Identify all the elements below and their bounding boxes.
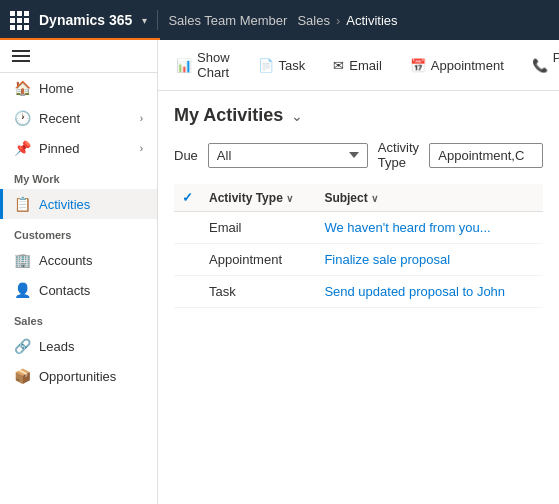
pinned-icon: 📌 xyxy=(14,140,31,156)
row-activity-type-appointment: Appointment xyxy=(201,244,316,276)
activities-table: ✓ Activity Type ∨ Subject ∨ xyxy=(174,184,543,308)
show-chart-button[interactable]: 📊 Show Chart xyxy=(170,46,236,84)
app-layout: 🏠 Home 🕐 Recent › 📌 Pinned › My Work 📋 A… xyxy=(0,40,559,504)
accounts-icon: 🏢 xyxy=(14,252,31,268)
sidebar-item-accounts[interactable]: 🏢 Accounts xyxy=(0,245,157,275)
due-label: Due xyxy=(174,148,198,163)
recent-icon: 🕐 xyxy=(14,110,31,126)
activity-type-header-label: Activity Type xyxy=(209,191,283,205)
contacts-icon: 👤 xyxy=(14,282,31,298)
page-title: My Activities xyxy=(174,105,283,126)
section-customers: Customers xyxy=(0,219,157,245)
row-activity-type-task: Task xyxy=(201,276,316,308)
check-icon: ✓ xyxy=(182,190,193,205)
appointment-icon: 📅 xyxy=(410,58,426,73)
row-subject-email[interactable]: We haven't heard from you... xyxy=(316,212,543,244)
activity-type-label: Activity Type xyxy=(378,140,419,170)
appointment-label: Appointment xyxy=(431,58,504,73)
sidebar-item-leads-label: Leads xyxy=(39,339,143,354)
recent-chevron-icon: › xyxy=(140,113,143,124)
email-label: Email xyxy=(349,58,382,73)
row-check-email xyxy=(174,212,201,244)
breadcrumb: Sales › Activities xyxy=(297,13,397,28)
activity-type-column-header[interactable]: Activity Type ∨ xyxy=(201,184,316,212)
phone-call-button[interactable]: 📞 Phone Call xyxy=(526,46,559,84)
content-area: My Activities ⌄ Due All Today This Week … xyxy=(158,91,559,504)
activity-type-input[interactable] xyxy=(429,143,543,168)
table-row: Task Send updated proposal to John xyxy=(174,276,543,308)
activity-type-sort-icon: ∨ xyxy=(286,193,293,204)
top-navigation: Dynamics 365 ▾ Sales Team Member Sales ›… xyxy=(0,0,559,40)
waffle-menu[interactable] xyxy=(10,11,29,30)
sidebar-item-opportunities[interactable]: 📦 Opportunities xyxy=(0,361,157,391)
filter-row: Due All Today This Week This Month Activ… xyxy=(174,140,543,170)
sidebar-item-pinned[interactable]: 📌 Pinned › xyxy=(0,133,157,163)
table-row: Appointment Finalize sale proposal xyxy=(174,244,543,276)
app-title-chevron[interactable]: ▾ xyxy=(142,15,147,26)
content-header: My Activities ⌄ xyxy=(174,105,543,126)
sidebar-item-recent[interactable]: 🕐 Recent › xyxy=(0,103,157,133)
breadcrumb-separator: › xyxy=(336,13,340,28)
table-body: Email We haven't heard from you... Appoi… xyxy=(174,212,543,308)
subject-column-header[interactable]: Subject ∨ xyxy=(316,184,543,212)
check-column-header: ✓ xyxy=(174,184,201,212)
sidebar-top xyxy=(0,40,157,73)
table-header: ✓ Activity Type ∨ Subject ∨ xyxy=(174,184,543,212)
sidebar-item-accounts-label: Accounts xyxy=(39,253,143,268)
task-button[interactable]: 📄 Task xyxy=(252,54,312,77)
nav-separator xyxy=(157,10,158,30)
row-activity-type-email: Email xyxy=(201,212,316,244)
task-icon: 📄 xyxy=(258,58,274,73)
phone-call-label: Phone Call xyxy=(553,50,559,80)
task-label: Task xyxy=(279,58,306,73)
pinned-chevron-icon: › xyxy=(140,143,143,154)
sidebar-item-contacts-label: Contacts xyxy=(39,283,143,298)
breadcrumb-activities: Activities xyxy=(346,13,397,28)
activities-icon: 📋 xyxy=(14,196,31,212)
row-subject-task[interactable]: Send updated proposal to John xyxy=(316,276,543,308)
sidebar-item-leads[interactable]: 🔗 Leads xyxy=(0,331,157,361)
sidebar-item-activities-label: Activities xyxy=(39,197,143,212)
email-button[interactable]: ✉ Email xyxy=(327,54,388,77)
opportunities-icon: 📦 xyxy=(14,368,31,384)
action-bar: 📊 Show Chart 📄 Task ✉ Email 📅 Appointmen… xyxy=(158,40,559,91)
chart-icon: 📊 xyxy=(176,58,192,73)
table-row: Email We haven't heard from you... xyxy=(174,212,543,244)
home-icon: 🏠 xyxy=(14,80,31,96)
subject-header-label: Subject xyxy=(324,191,367,205)
title-chevron-icon[interactable]: ⌄ xyxy=(291,108,303,124)
hamburger-button[interactable] xyxy=(8,46,149,66)
sidebar-item-activities[interactable]: 📋 Activities xyxy=(0,189,157,219)
main-content: 📊 Show Chart 📄 Task ✉ Email 📅 Appointmen… xyxy=(158,40,559,504)
sidebar-item-home-label: Home xyxy=(39,81,143,96)
sidebar-item-recent-label: Recent xyxy=(39,111,132,126)
sidebar-item-home[interactable]: 🏠 Home xyxy=(0,73,157,103)
subject-sort-icon: ∨ xyxy=(371,193,378,204)
section-my-work: My Work xyxy=(0,163,157,189)
email-icon: ✉ xyxy=(333,58,344,73)
row-check-appointment xyxy=(174,244,201,276)
breadcrumb-sales[interactable]: Sales xyxy=(297,13,330,28)
leads-icon: 🔗 xyxy=(14,338,31,354)
sidebar-item-pinned-label: Pinned xyxy=(39,141,132,156)
show-chart-label: Show Chart xyxy=(197,50,230,80)
row-check-task xyxy=(174,276,201,308)
phone-icon: 📞 xyxy=(532,58,548,73)
user-role: Sales Team Member xyxy=(168,13,287,28)
app-title[interactable]: Dynamics 365 xyxy=(39,12,132,28)
sidebar: 🏠 Home 🕐 Recent › 📌 Pinned › My Work 📋 A… xyxy=(0,40,158,504)
section-sales: Sales xyxy=(0,305,157,331)
sidebar-item-opportunities-label: Opportunities xyxy=(39,369,143,384)
due-filter-select[interactable]: All Today This Week This Month xyxy=(208,143,368,168)
appointment-button[interactable]: 📅 Appointment xyxy=(404,54,510,77)
row-subject-appointment[interactable]: Finalize sale proposal xyxy=(316,244,543,276)
sidebar-item-contacts[interactable]: 👤 Contacts xyxy=(0,275,157,305)
